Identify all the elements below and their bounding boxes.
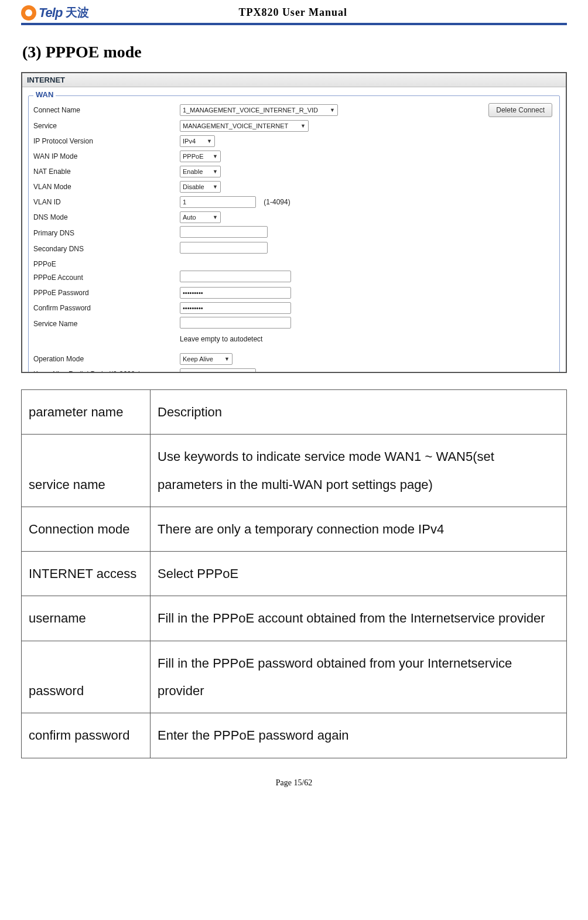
brand-logo: Telp 天波 (21, 5, 89, 20)
chevron-down-icon: ▼ (330, 107, 335, 113)
wan-ip-mode-value: PPPoE (183, 153, 203, 160)
nat-label: NAT Enable (33, 167, 180, 176)
logo-cn: 天波 (66, 5, 89, 20)
parameter-table: parameter name Description service name … (21, 389, 567, 758)
table-row: password Fill in the PPPoE password obta… (22, 641, 567, 713)
logo-icon (21, 5, 36, 20)
dns-mode-value: Auto (183, 214, 196, 221)
operation-mode-select[interactable]: Keep Alive ▼ (180, 353, 233, 365)
desc-cell: Fill in the PPPoE account obtained from … (151, 596, 567, 641)
dns-mode-select[interactable]: Auto ▼ (180, 211, 221, 223)
document-page: Telp 天波 TPX820 User Manual (3) PPPOE mod… (0, 0, 588, 799)
table-row: INTERNET access Select PPPoE (22, 552, 567, 596)
service-label: Service (33, 122, 180, 130)
wan-fieldset: WAN Connect Name 1_MANAGEMENT_VOICE_INTE… (28, 95, 560, 373)
ip-proto-label: IP Protocol Version (33, 137, 180, 145)
page-footer: Page 15/62 (21, 778, 567, 788)
desc-cell: Use keywords to indicate service mode WA… (151, 435, 567, 507)
param-cell: Connection mode (22, 507, 151, 551)
chevron-down-icon: ▼ (207, 138, 212, 144)
dns-mode-label: DNS Mode (33, 213, 180, 221)
wan-ip-mode-label: WAN IP Mode (33, 152, 180, 160)
vlan-mode-value: Disable (183, 183, 204, 190)
doc-title: TPX820 User Manual (89, 6, 497, 19)
operation-mode-label: Operation Mode (33, 355, 180, 363)
pppoe-account-input[interactable] (180, 271, 291, 282)
service-name-label: Service Name (33, 320, 180, 328)
primary-dns-label: Primary DNS (33, 229, 180, 237)
header-rule (21, 23, 567, 25)
secondary-dns-label: Secondary DNS (33, 245, 180, 253)
primary-dns-input[interactable] (180, 226, 268, 238)
chevron-down-icon: ▼ (213, 214, 218, 220)
wan-ip-mode-select[interactable]: PPPoE ▼ (180, 151, 221, 162)
service-select[interactable]: MANAGEMENT_VOICE_INTERNET ▼ (180, 120, 309, 132)
operation-mode-value: Keep Alive (183, 355, 213, 362)
page-header: Telp 天波 TPX820 User Manual (21, 0, 567, 22)
chevron-down-icon: ▼ (213, 184, 218, 190)
param-cell: service name (22, 435, 151, 507)
table-row: service name Use keywords to indicate se… (22, 435, 567, 507)
confirm-password-input[interactable]: ••••••••• (180, 302, 291, 314)
param-cell: INTERNET access (22, 552, 151, 596)
service-name-hint: Leave empty to autodetect (180, 335, 414, 343)
settings-screenshot: INTERNET WAN Connect Name 1_MANAGEMENT_V… (21, 72, 567, 373)
vlan-id-range: (1-4094) (264, 198, 290, 206)
ip-proto-value: IPv4 (183, 138, 196, 145)
chevron-down-icon: ▼ (213, 169, 218, 175)
desc-cell: Enter the PPPoE password again (151, 713, 567, 758)
connect-name-select[interactable]: 1_MANAGEMENT_VOICE_INTERNET_R_VID ▼ (180, 104, 338, 116)
pppoe-subtitle: PPPoE (33, 256, 555, 269)
wan-legend: WAN (33, 90, 56, 99)
nat-select[interactable]: Enable ▼ (180, 166, 221, 177)
vlan-id-input[interactable]: 1 (180, 196, 256, 208)
connect-name-label: Connect Name (33, 106, 180, 114)
chevron-down-icon: ▼ (300, 123, 306, 129)
keep-alive-input[interactable]: 5 (180, 368, 256, 373)
keep-alive-label: Keep Alive Redial Period(0-3600s) (33, 370, 180, 373)
param-cell: confirm password (22, 713, 151, 758)
connect-name-value: 1_MANAGEMENT_VOICE_INTERNET_R_VID (183, 107, 318, 114)
delete-connect-button[interactable]: Delete Connect (488, 103, 552, 117)
table-row: username Fill in the PPPoE account obtai… (22, 596, 567, 641)
table-row: parameter name Description (22, 390, 567, 435)
chevron-down-icon: ▼ (224, 356, 230, 362)
desc-cell: Select PPPoE (151, 552, 567, 596)
vlan-id-label: VLAN ID (33, 198, 180, 206)
section-title: (3) PPPOE mode (22, 43, 567, 61)
pppoe-password-label: PPPoE Password (33, 289, 180, 297)
service-value: MANAGEMENT_VOICE_INTERNET (183, 122, 288, 129)
service-name-input[interactable] (180, 317, 291, 329)
chevron-down-icon: ▼ (213, 153, 218, 159)
pppoe-password-input[interactable]: ••••••••• (180, 287, 291, 299)
th-param: parameter name (22, 390, 151, 435)
table-row: Connection mode There are only a tempora… (22, 507, 567, 551)
vlan-mode-select[interactable]: Disable ▼ (180, 181, 221, 193)
table-row: confirm password Enter the PPPoE passwor… (22, 713, 567, 758)
panel-title: INTERNET (22, 73, 566, 87)
desc-cell: Fill in the PPPoE password obtained from… (151, 641, 567, 713)
param-cell: password (22, 641, 151, 713)
th-desc: Description (151, 390, 567, 435)
secondary-dns-input[interactable] (180, 242, 268, 254)
pppoe-account-label: PPPoE Account (33, 273, 180, 282)
desc-cell: There are only a temporary connection mo… (151, 507, 567, 551)
param-cell: username (22, 596, 151, 641)
vlan-mode-label: VLAN Mode (33, 183, 180, 191)
confirm-password-label: Confirm Password (33, 304, 180, 312)
logo-text: Telp (39, 5, 62, 20)
nat-value: Enable (183, 168, 203, 175)
ip-proto-select[interactable]: IPv4 ▼ (180, 135, 215, 147)
